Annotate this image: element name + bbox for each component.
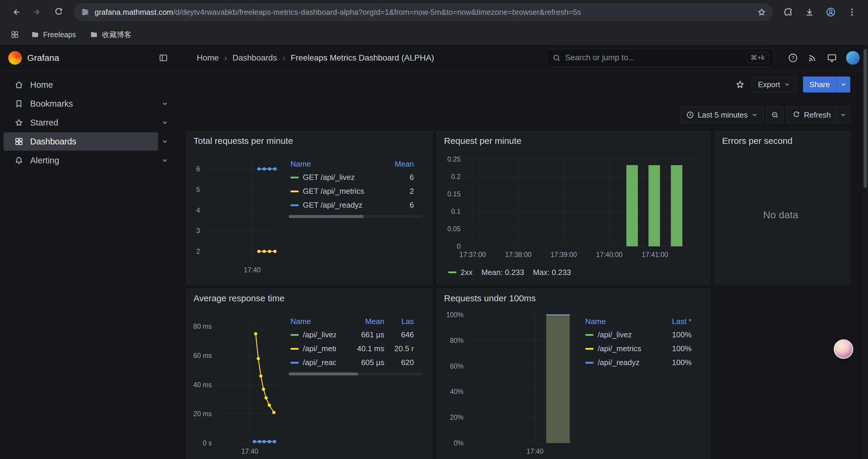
share-button[interactable]: Share (803, 76, 850, 93)
expand-chevron[interactable] (158, 100, 172, 107)
display-button[interactable] (827, 53, 837, 63)
breadcrumb-dashboards[interactable]: Dashboards (232, 53, 277, 63)
legend-col-mean[interactable]: Mean (389, 160, 414, 169)
legend-col-name[interactable]: Name (290, 317, 336, 326)
bar-chart[interactable]: 0%20%40%60%80%100%17:40 (439, 307, 581, 459)
series-name[interactable]: /api/_readyz (303, 358, 336, 367)
back-icon (11, 7, 21, 17)
export-button[interactable]: Export (752, 76, 796, 93)
user-avatar[interactable] (846, 51, 860, 65)
reload-button[interactable] (49, 3, 68, 22)
sidebar-item-starred[interactable]: Starred (4, 113, 172, 132)
chat-assistant-avatar[interactable] (834, 339, 853, 359)
series-max: Max: 0.233 (533, 268, 571, 277)
series-last: 646 (389, 330, 414, 339)
sidebar-item-label: Bookmarks (30, 99, 73, 109)
zoom-out-button[interactable] (766, 107, 783, 123)
bookmark-star-icon[interactable] (757, 7, 766, 17)
breadcrumb-home[interactable]: Home (197, 53, 219, 63)
series-name[interactable]: /api/_metrics (303, 344, 336, 353)
folder-icon (90, 30, 98, 39)
legend-item[interactable]: 2xx (448, 268, 472, 277)
panel-title[interactable]: Total requests per minute (193, 136, 293, 146)
legend-row[interactable]: GET /api/_readyz 6 (289, 198, 423, 212)
profile-button[interactable] (821, 3, 840, 22)
scrollbar-thumb[interactable] (864, 49, 867, 188)
sidebar-toggle-button[interactable] (158, 53, 168, 63)
search-bar[interactable]: ⌘+k (547, 49, 774, 67)
panel-title[interactable]: Average response time (193, 293, 284, 303)
bookmark-item-blogs[interactable]: 收藏博客 (85, 28, 136, 42)
url-bar[interactable]: grafana.mathmast.com/d/deytv4rwavabkb/fr… (74, 3, 773, 21)
help-button[interactable]: ? (788, 53, 798, 63)
refresh-label: Refresh (804, 110, 831, 120)
forward-icon (32, 7, 42, 17)
legend-row[interactable]: /api/_metrics 100% (584, 342, 701, 356)
series-name[interactable]: 2xx (461, 268, 472, 277)
legend-row[interactable]: /api/_livez 100% (584, 328, 701, 342)
series-name[interactable]: /api/_livez (598, 330, 632, 339)
series-name[interactable]: GET /api/_readyz (303, 201, 363, 210)
legend-row[interactable]: /api/_readyz 605 µs 620 (289, 356, 423, 369)
panel-title[interactable]: Request per minute (444, 136, 522, 146)
legend-scrollbar[interactable] (289, 372, 423, 375)
series-name[interactable]: GET /api/_metrics (303, 187, 364, 196)
refresh-interval-toggle[interactable] (836, 107, 850, 123)
expand-chevron[interactable] (158, 138, 172, 145)
legend-row[interactable]: /api/_metrics 40.1 ms 20.5 r (289, 342, 423, 356)
timeseries-chart[interactable]: 6543217:40 (188, 150, 286, 280)
legend-row[interactable]: /api/_readyz 100% (584, 356, 701, 369)
sidebar-nav: Home Bookmarks Starred (0, 71, 176, 459)
sidebar-item-alerting[interactable]: Alerting (4, 151, 172, 169)
series-name[interactable]: /api/_readyz (598, 358, 640, 367)
series-name[interactable]: /api/_livez (303, 330, 336, 339)
legend-col-mean[interactable]: Mean (340, 317, 384, 326)
legend-row[interactable]: /api/_livez 661 µs 646 (289, 328, 423, 342)
legend-row[interactable]: GET /api/_livez 6 (289, 170, 423, 184)
legend-row[interactable]: GET /api/_metrics 2 (289, 184, 423, 198)
panel-title[interactable]: Requests under 100ms (444, 293, 536, 303)
brand-title: Grafana (27, 53, 158, 63)
news-button[interactable] (807, 53, 818, 63)
legend-scrollbar[interactable] (289, 215, 423, 218)
expand-chevron[interactable] (158, 157, 172, 164)
refresh-icon (792, 111, 800, 119)
series-swatch (290, 348, 299, 350)
apps-grid-button[interactable] (8, 28, 22, 42)
bookmarks-bar: Freeleaps 收藏博客 (0, 24, 868, 45)
forward-button[interactable] (28, 3, 47, 22)
refresh-control[interactable]: Refresh (786, 107, 850, 123)
bar-chart[interactable]: 00.050.10.150.20.2517:37:0017:38:0017:39… (439, 150, 705, 265)
legend-col-last[interactable]: Last * (653, 317, 692, 326)
svg-text:17:39:00: 17:39:00 (550, 251, 577, 258)
sidebar-item-dashboards[interactable]: Dashboards (4, 132, 172, 151)
chevron-down-icon (161, 138, 168, 145)
series-name[interactable]: /api/_metrics (598, 344, 641, 353)
svg-text:40%: 40% (450, 388, 464, 395)
share-menu-toggle[interactable] (836, 76, 850, 93)
url-text[interactable]: grafana.mathmast.com/d/deytv4rwavabkb/fr… (95, 8, 757, 17)
time-range-picker[interactable]: Last 5 minutes (680, 107, 764, 123)
expand-chevron[interactable] (158, 119, 172, 126)
legend-col-last[interactable]: Las (389, 317, 414, 326)
extensions-button[interactable] (779, 3, 798, 22)
grafana-logo[interactable] (8, 51, 22, 65)
timeseries-chart[interactable]: 0 s20 ms40 ms60 ms80 ms17:40 (188, 307, 286, 459)
series-name[interactable]: GET /api/_livez (303, 173, 355, 182)
svg-text:5: 5 (196, 186, 200, 193)
legend-col-name[interactable]: Name (585, 317, 649, 326)
favorite-dashboard-button[interactable] (735, 79, 745, 90)
search-input[interactable] (565, 53, 742, 62)
sidebar-item-bookmarks[interactable]: Bookmarks (4, 95, 172, 113)
panel-total-requests: Total requests per minute 6543217:40 Nam… (186, 131, 433, 285)
menu-button[interactable] (843, 3, 862, 22)
legend-col-name[interactable]: Name (290, 160, 385, 169)
downloads-button[interactable] (800, 3, 819, 22)
download-icon (804, 7, 814, 17)
bookmark-item-freeleaps[interactable]: Freeleaps (26, 28, 81, 41)
site-settings-icon[interactable] (80, 7, 90, 17)
svg-text:80%: 80% (450, 337, 464, 345)
back-button[interactable] (6, 3, 25, 22)
sidebar-item-home[interactable]: Home (4, 76, 172, 94)
panel-title[interactable]: Errors per second (722, 136, 793, 146)
